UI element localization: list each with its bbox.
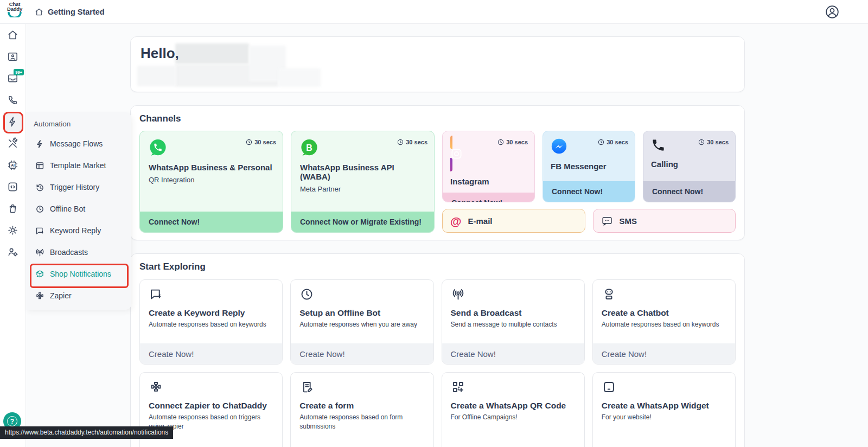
team-icon[interactable] [7, 246, 19, 258]
home-icon[interactable] [34, 7, 44, 17]
connect-now-button[interactable]: Connect Now! [643, 181, 735, 202]
channel-title: WhatsApp Business & Personal [149, 163, 274, 172]
create-now-button[interactable]: Create Now! [593, 343, 735, 364]
redacted-name [175, 43, 249, 64]
submenu-header: Automation [26, 119, 131, 133]
channel-card-waba[interactable]: B 30 secs WhatsApp Business API (WABA) M… [291, 131, 435, 233]
submenu-item-trigger-history[interactable]: Trigger History [26, 176, 131, 198]
timer-badge: 30 secs [397, 139, 427, 145]
sms-icon [601, 215, 613, 227]
greeting-text: Hello, [141, 45, 179, 62]
waba-icon: B [300, 138, 318, 157]
inbox-icon[interactable]: 99+ [7, 72, 19, 85]
puzzle-icon [35, 291, 45, 301]
automation-icon[interactable] [7, 116, 19, 128]
robot-icon [602, 287, 616, 302]
history-icon [35, 182, 45, 193]
clock-icon [598, 139, 604, 145]
at-icon: @ [450, 215, 461, 227]
explore-card-form[interactable]: Create a form Automate responses based o… [290, 372, 433, 447]
chat-alert-icon [35, 226, 45, 236]
sidebar: 99+ AI [0, 24, 26, 447]
explore-card-offline-bot[interactable]: Setup an Offline Bot Automate responses … [290, 279, 433, 365]
explore-card-qr-code[interactable]: Create a WhatsApp QR Code For Offline Ca… [442, 372, 585, 447]
avatar[interactable] [825, 4, 840, 20]
tools-icon[interactable] [7, 137, 19, 150]
logo-text: Chat Daddy [4, 2, 25, 11]
submenu-item-offline-bot[interactable]: Offline Bot [26, 198, 131, 220]
clock-icon [698, 139, 705, 145]
ai-icon[interactable]: AI [7, 159, 19, 171]
channel-title: Calling [651, 159, 727, 169]
channel-subtitle: Meta Partner [300, 185, 425, 193]
clock-icon [35, 204, 45, 214]
template-icon [35, 161, 45, 171]
automation-submenu: Automation Message Flows Template Market… [26, 112, 131, 310]
chatdaddy-logo[interactable]: Chat Daddy [4, 2, 25, 17]
submenu-item-keyword-reply[interactable]: Keyword Reply [26, 220, 131, 241]
timer-badge: 30 secs [598, 139, 628, 145]
page-title: Getting Started [48, 8, 105, 16]
whatsapp-icon [149, 138, 167, 157]
logo-smile-icon [8, 12, 22, 17]
qr-plus-icon [451, 380, 465, 394]
phone-icon [651, 138, 666, 152]
contacts-icon[interactable] [7, 50, 19, 63]
channel-card-whatsapp[interactable]: 30 secs WhatsApp Business & Personal QR … [139, 131, 283, 233]
channels-title: Channels [139, 113, 736, 124]
widget-icon [602, 380, 616, 394]
timer-badge: 30 secs [497, 139, 528, 145]
home-nav-icon[interactable] [7, 29, 19, 41]
submenu-item-zapier[interactable]: Zapier [26, 285, 131, 306]
settings-icon[interactable] [7, 224, 19, 237]
form-icon [299, 380, 314, 394]
svg-text:B: B [306, 143, 312, 152]
explore-card-widget[interactable]: Create a WhatsApp Widget For your websit… [592, 372, 736, 447]
create-now-button[interactable]: Create Now! [291, 343, 433, 364]
submenu-item-message-flows[interactable]: Message Flows [26, 133, 131, 155]
connect-now-button[interactable]: Connect Now! [140, 212, 283, 232]
channel-card-calling[interactable]: 30 secs Calling Connect Now! [643, 131, 736, 202]
sms-channel-button[interactable]: SMS [593, 209, 736, 233]
connect-now-button[interactable]: Connect Now! [543, 181, 635, 202]
explore-card-broadcast[interactable]: Send a Broadcast Send a message to multi… [442, 279, 585, 365]
shop-box-icon [35, 269, 45, 279]
create-now-button[interactable]: Create Now! [140, 343, 282, 364]
redacted-text [278, 68, 321, 87]
channel-title: FB Messenger [551, 162, 627, 171]
top-bar: Chat Daddy Getting Started [0, 0, 868, 24]
channel-title: WhatsApp Business API (WABA) [300, 163, 425, 181]
question-icon: ? [7, 416, 17, 426]
shop-icon[interactable] [7, 202, 19, 215]
explore-card-keyword-reply[interactable]: Create a Keyword Reply Automate response… [139, 279, 283, 365]
submenu-item-template-market[interactable]: Template Market [26, 155, 131, 176]
start-exploring-section: Start Exploring Create a Keyword Reply A… [130, 253, 745, 447]
code-icon[interactable] [7, 181, 19, 193]
channel-card-fb-messenger[interactable]: 30 secs FB Messenger Connect Now! [542, 131, 635, 202]
clock-icon [497, 139, 504, 145]
explore-card-chatbot[interactable]: Create a Chatbot Automate responses base… [592, 279, 736, 365]
clock-icon [299, 287, 314, 302]
status-bar-url: https://www.beta.chatdaddy.tech/automati… [0, 426, 173, 439]
greeting-card: Hello, [130, 36, 745, 92]
messenger-icon [551, 138, 567, 155]
channels-section: Channels 30 secs WhatsApp Business & P [130, 105, 745, 240]
broadcast-icon [451, 287, 465, 302]
svg-text:AI: AI [11, 163, 15, 167]
submenu-item-broadcasts[interactable]: Broadcasts [26, 241, 131, 263]
connect-now-button[interactable]: Connect Now or Migrate Existing! [291, 212, 434, 232]
channel-card-instagram[interactable]: 30 secs Instagram Connect Now! [442, 131, 535, 202]
puzzle-icon [149, 380, 163, 394]
explore-title: Start Exploring [139, 261, 736, 272]
lightning-icon [35, 139, 45, 149]
email-channel-button[interactable]: @ E-mail [442, 209, 585, 233]
channel-subtitle: QR Integration [149, 176, 274, 184]
inbox-count-badge: 99+ [14, 69, 24, 75]
clock-icon [246, 139, 252, 145]
channel-title: Instagram [450, 177, 527, 186]
phone-icon[interactable] [7, 94, 19, 106]
submenu-item-shop-notifications[interactable]: Shop Notifications [26, 263, 131, 285]
timer-badge: 30 secs [246, 139, 276, 145]
create-now-button[interactable]: Create Now! [442, 343, 584, 364]
connect-now-button[interactable]: Connect Now! [443, 193, 534, 202]
